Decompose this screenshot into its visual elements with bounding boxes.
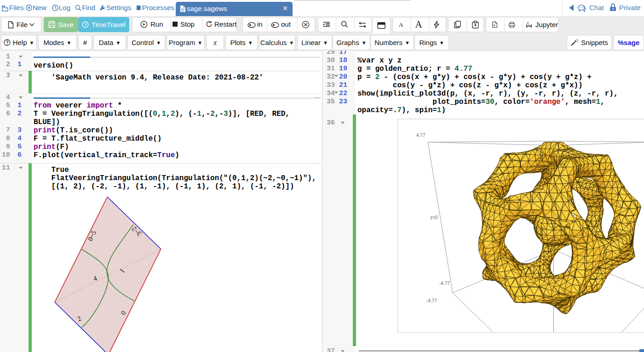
svg-text:-4.77: -4.77 [426,298,437,303]
svg-text:-4.77: -4.77 [439,281,450,286]
svg-text:A: A [493,24,495,27]
svg-text:4.77: 4.77 [416,133,426,138]
svg-text:z=0: z=0 [430,215,438,220]
